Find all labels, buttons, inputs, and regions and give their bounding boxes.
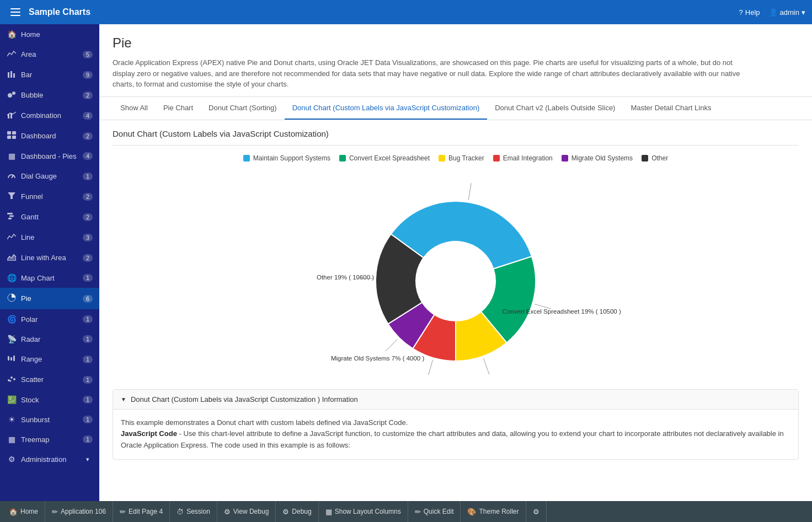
- info-header[interactable]: ▼ Donut Chart (Custom Labels via JavaScr…: [113, 390, 798, 410]
- sidebar-item-dashboard[interactable]: Dashboard 2: [0, 126, 99, 146]
- dial-gauge-icon: [7, 171, 17, 181]
- sunburst-icon: ☀: [7, 415, 17, 424]
- legend-email: Email Integration: [493, 154, 553, 162]
- bottom-quick-edit[interactable]: ✏ Quick Edit: [408, 501, 461, 522]
- area-icon: [7, 50, 17, 59]
- bottom-view-debug[interactable]: ⚙ View Debug: [217, 501, 276, 522]
- page-title: Pie: [113, 35, 799, 51]
- svg-rect-15: [7, 213, 13, 214]
- info-body: This example demonstrates a Donut chart …: [113, 410, 798, 459]
- hamburger-button[interactable]: [7, 3, 24, 21]
- sidebar-item-bar[interactable]: Bar 9: [0, 64, 99, 85]
- info-title: Donut Chart (Custom Labels via JavaScrip…: [131, 395, 358, 403]
- bottom-home[interactable]: 🏠 Home: [2, 501, 45, 522]
- info-line2-label: JavaScript Code: [121, 429, 177, 438]
- bottom-application[interactable]: ✏ Application 106: [45, 501, 113, 522]
- page-description: Oracle Application Express (APEX) native…: [113, 57, 741, 90]
- sidebar-item-scatter[interactable]: Scatter 1: [0, 369, 99, 390]
- help-link[interactable]: ? Help: [739, 8, 760, 17]
- bottom-edit-page[interactable]: ✏ Edit Page 4: [113, 501, 170, 522]
- tab-donut-sorting[interactable]: Donut Chart (Sorting): [201, 97, 285, 120]
- administration-icon: ⚙: [7, 455, 17, 464]
- sidebar-item-range[interactable]: Range 1: [0, 349, 99, 369]
- legend-convert: Convert Excel Spreadsheet: [339, 154, 430, 162]
- bottom-edit-icon-page: ✏: [120, 508, 126, 516]
- map-chart-icon: 🌐: [7, 273, 17, 282]
- info-line1: This example demonstrates a Donut chart …: [121, 417, 790, 429]
- bottom-session[interactable]: ⏱ Session: [170, 501, 217, 522]
- tab-pie-chart[interactable]: Pie Chart: [156, 97, 201, 120]
- bottom-debug[interactable]: ⚙ Debug: [276, 501, 318, 522]
- nav-right: ? Help 👤 admin ▾: [739, 8, 805, 17]
- sidebar-item-sunburst[interactable]: ☀ Sunburst 1: [0, 410, 99, 429]
- svg-text:Convert Excel Spreadsheet 19% : Convert Excel Spreadsheet 19% ( 10500 ): [502, 308, 621, 314]
- donut-chart-container: Maintain Support Systems 35% ( 19500 )Co…: [113, 171, 799, 380]
- sidebar-item-map-chart[interactable]: 🌐 Map Chart 1: [0, 268, 99, 288]
- svg-point-25: [10, 380, 12, 382]
- scatter-icon: [7, 375, 17, 384]
- svg-rect-17: [8, 218, 12, 219]
- bottom-show-layout[interactable]: ▦ Show Layout Columns: [319, 501, 408, 522]
- bottom-settings-icon: ⚙: [533, 508, 539, 516]
- funnel-icon: [7, 192, 17, 201]
- sidebar-item-bubble[interactable]: Bubble 2: [0, 85, 99, 105]
- tabs-container: Show All Pie Chart Donut Chart (Sorting)…: [99, 97, 812, 120]
- bottom-view-debug-icon: ⚙: [224, 508, 231, 516]
- sidebar-item-pie[interactable]: Pie 6: [0, 288, 99, 309]
- svg-line-33: [428, 360, 433, 375]
- legend-bug: Bug Tracker: [439, 154, 484, 162]
- sidebar-item-stock[interactable]: 💹 Stock 1: [0, 390, 99, 410]
- svg-rect-2: [10, 15, 20, 16]
- info-section: ▼ Donut Chart (Custom Labels via JavaScr…: [113, 389, 799, 460]
- sidebar-item-polar[interactable]: 🌀 Polar 1: [0, 309, 99, 329]
- svg-point-23: [10, 376, 13, 379]
- bottom-layout-icon: ▦: [325, 508, 332, 516]
- sidebar-item-combination[interactable]: Combination 4: [0, 105, 99, 126]
- sidebar-item-home[interactable]: 🏠 Home: [0, 24, 99, 44]
- svg-line-14: [12, 175, 13, 178]
- svg-rect-13: [12, 136, 16, 139]
- line-icon: [7, 233, 17, 242]
- sidebar-item-line[interactable]: Line 3: [0, 227, 99, 247]
- sidebar-item-area[interactable]: Area 5: [0, 44, 99, 64]
- help-icon: ?: [739, 8, 743, 17]
- svg-rect-5: [13, 73, 15, 78]
- tab-donut-custom[interactable]: Donut Chart (Custom Labels via JavaScrip…: [285, 97, 488, 120]
- sidebar-item-dashboard-pies[interactable]: ▦ Dashboard - Pies 4: [0, 146, 99, 166]
- legend-dot-bug: [439, 155, 445, 162]
- bottom-theme-icon: 🎨: [467, 508, 476, 516]
- sidebar-item-gantt[interactable]: Gantt 2: [0, 207, 99, 227]
- bottom-quick-edit-icon: ✏: [415, 508, 421, 516]
- bottom-bar: 🏠 Home ✏ Application 106 ✏ Edit Page 4 ⏱…: [0, 501, 812, 522]
- pie-icon: [7, 293, 17, 304]
- svg-point-24: [13, 378, 15, 380]
- range-icon: [7, 354, 17, 364]
- tab-show-all[interactable]: Show All: [113, 97, 156, 120]
- page-header: Pie Oracle Application Express (APEX) na…: [99, 24, 812, 97]
- bottom-theme-roller[interactable]: 🎨 Theme Roller: [461, 501, 526, 522]
- svg-line-27: [468, 183, 471, 200]
- donut-chart-svg: Maintain Support Systems 35% ( 19500 )Co…: [263, 176, 649, 375]
- sidebar-item-treemap[interactable]: ▦ Treemap 1: [0, 429, 99, 449]
- sidebar-item-label: Home: [21, 30, 93, 39]
- stock-icon: 💹: [7, 395, 17, 404]
- user-menu[interactable]: 👤 admin ▾: [769, 8, 805, 17]
- tab-donut-v2[interactable]: Donut Chart v2 (Labels Outside Slice): [487, 97, 623, 120]
- legend-migrate: Migrate Old Systems: [562, 154, 633, 162]
- tab-master-detail[interactable]: Master Detail Chart Links: [623, 97, 719, 120]
- svg-point-22: [8, 379, 10, 381]
- bubble-icon: [7, 90, 17, 100]
- user-icon: 👤: [769, 8, 778, 17]
- bottom-settings[interactable]: ⚙: [526, 501, 547, 522]
- sidebar-item-dial-gauge[interactable]: Dial Gauge 1: [0, 166, 99, 186]
- svg-text:Migrate Old Systems 7% ( 4000 : Migrate Old Systems 7% ( 4000 ): [331, 355, 425, 362]
- sidebar-item-radar[interactable]: 📡 Radar 1: [0, 329, 99, 349]
- sidebar-item-funnel[interactable]: Funnel 2: [0, 186, 99, 207]
- info-line2: JavaScript Code - Use this chart-level a…: [121, 428, 790, 451]
- svg-rect-21: [13, 356, 15, 361]
- legend-other: Other: [642, 154, 668, 162]
- sidebar-item-line-area[interactable]: Line with Area 2: [0, 247, 99, 268]
- bar-icon: [7, 70, 17, 79]
- sidebar-item-administration[interactable]: ⚙ Administration ▾: [0, 449, 99, 469]
- svg-text:Other 19% ( 10600 ): Other 19% ( 10600 ): [317, 273, 374, 280]
